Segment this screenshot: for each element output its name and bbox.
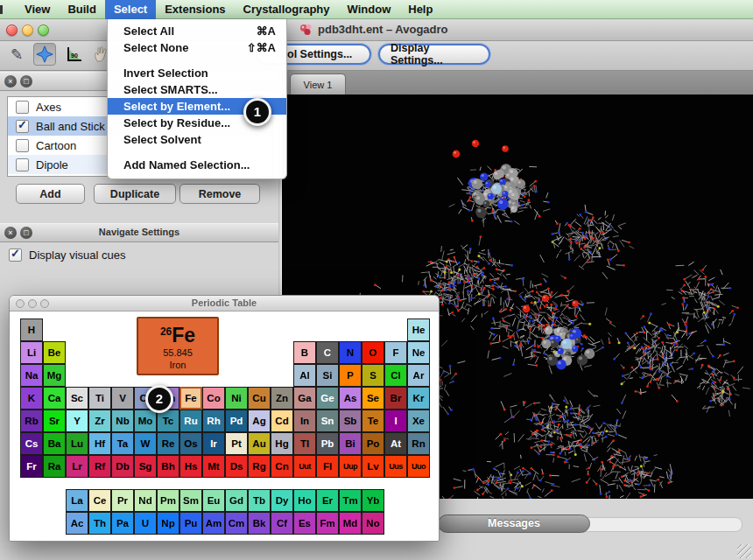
element-cell-He[interactable]: He <box>407 318 430 341</box>
messages-button[interactable]: Messages <box>438 514 590 533</box>
element-cell-Rb[interactable]: Rb <box>20 410 43 432</box>
element-cell-Ag[interactable]: Ag <box>248 410 271 432</box>
element-cell-Uut[interactable]: Uut <box>293 455 316 478</box>
element-cell-Cm[interactable]: Cm <box>225 512 248 535</box>
element-cell-Uup[interactable]: Uup <box>339 455 362 478</box>
element-cell-Y[interactable]: Y <box>66 410 88 432</box>
element-cell-O[interactable]: O <box>362 341 384 364</box>
display-settings-button[interactable]: Display Settings... <box>378 44 490 65</box>
display-visual-cues-checkbox[interactable] <box>9 248 22 262</box>
display-type-checkbox[interactable] <box>16 120 29 133</box>
element-cell-K[interactable]: K <box>20 387 43 410</box>
menubar-item-select[interactable]: Select <box>105 0 156 19</box>
element-cell-H[interactable]: H <box>20 318 43 341</box>
element-cell-At[interactable]: At <box>384 432 407 455</box>
element-cell-Ar[interactable]: Ar <box>407 364 430 387</box>
tab-view-1[interactable]: View 1 <box>290 74 346 95</box>
element-cell-Ds[interactable]: Ds <box>225 455 248 478</box>
element-cell-W[interactable]: W <box>134 432 157 455</box>
element-cell-Db[interactable]: Db <box>111 455 134 478</box>
element-cell-Tm[interactable]: Tm <box>339 489 362 512</box>
element-cell-Tl[interactable]: Tl <box>293 432 316 455</box>
element-cell-Se[interactable]: Se <box>362 387 384 410</box>
element-cell-Mg[interactable]: Mg <box>43 364 66 387</box>
element-cell-Cs[interactable]: Cs <box>20 432 43 455</box>
element-cell-Cf[interactable]: Cf <box>271 512 293 535</box>
element-cell-Ra[interactable]: Ra <box>43 455 66 478</box>
element-cell-Dy[interactable]: Dy <box>271 489 293 512</box>
element-cell-Fe[interactable]: Fe <box>179 387 202 410</box>
element-cell-Th[interactable]: Th <box>88 512 111 535</box>
element-cell-Ne[interactable]: Ne <box>407 341 430 364</box>
element-cell-Cn[interactable]: Cn <box>271 455 293 478</box>
element-cell-Yb[interactable]: Yb <box>362 489 384 512</box>
menu-item-add-named-selection[interactable]: Add Named Selection... <box>108 157 286 173</box>
element-cell-As[interactable]: As <box>339 387 362 410</box>
element-cell-Uuo[interactable]: Uuo <box>407 455 430 478</box>
element-cell-Es[interactable]: Es <box>293 512 316 535</box>
element-cell-Tb[interactable]: Tb <box>248 489 271 512</box>
resize-grip[interactable] <box>737 544 751 558</box>
element-cell-Bk[interactable]: Bk <box>248 512 271 535</box>
display-type-checkbox[interactable] <box>16 139 29 152</box>
display-type-checkbox[interactable] <box>16 101 29 114</box>
element-cell-Hg[interactable]: Hg <box>271 432 293 455</box>
element-cell-Ho[interactable]: Ho <box>293 489 316 512</box>
element-cell-Xe[interactable]: Xe <box>407 410 430 432</box>
element-cell-Sr[interactable]: Sr <box>43 410 66 432</box>
menu-item-select-solvent[interactable]: Select Solvent <box>108 131 286 148</box>
element-cell-Po[interactable]: Po <box>362 432 384 455</box>
element-cell-Ta[interactable]: Ta <box>111 432 134 455</box>
element-cell-I[interactable]: I <box>384 410 407 432</box>
element-cell-Br[interactable]: Br <box>384 387 407 410</box>
menubar-item-build[interactable]: Build <box>59 0 105 19</box>
periodic-table-titlebar[interactable]: Periodic Table <box>10 296 439 312</box>
element-cell-Pt[interactable]: Pt <box>225 432 248 455</box>
element-cell-Pm[interactable]: Pm <box>157 489 179 512</box>
element-cell-Hf[interactable]: Hf <box>88 432 111 455</box>
element-cell-Al[interactable]: Al <box>293 364 316 387</box>
element-cell-Sc[interactable]: Sc <box>66 387 88 410</box>
element-cell-B[interactable]: B <box>293 341 316 364</box>
menubar-item-view[interactable]: View <box>16 0 59 19</box>
element-cell-Cu[interactable]: Cu <box>248 387 271 410</box>
menubar-item-help[interactable]: Help <box>399 0 441 19</box>
measure-tool-icon[interactable]: 90 <box>63 43 86 66</box>
element-cell-Mo[interactable]: Mo <box>134 410 157 432</box>
duplicate-button[interactable]: Duplicate <box>94 184 176 204</box>
element-cell-Ac[interactable]: Ac <box>66 512 88 535</box>
close-panel-icon[interactable]: × <box>4 75 17 88</box>
display-type-checkbox[interactable] <box>16 158 29 172</box>
draw-tool-icon[interactable]: ✎ <box>5 43 28 66</box>
element-cell-Fm[interactable]: Fm <box>316 512 339 535</box>
element-cell-C[interactable]: C <box>316 341 339 364</box>
element-cell-Rh[interactable]: Rh <box>202 410 225 432</box>
element-cell-Fl[interactable]: Fl <box>316 455 339 478</box>
element-cell-U[interactable]: U <box>134 512 157 535</box>
zoom-window-button[interactable] <box>38 24 49 36</box>
element-cell-Np[interactable]: Np <box>157 512 179 535</box>
element-cell-Bh[interactable]: Bh <box>157 455 179 478</box>
minimize-window-button[interactable] <box>22 24 33 36</box>
element-cell-Os[interactable]: Os <box>179 432 202 455</box>
navigate-tool-icon[interactable] <box>33 43 56 66</box>
element-cell-Cl[interactable]: Cl <box>384 364 407 387</box>
element-cell-F[interactable]: F <box>384 341 407 364</box>
element-cell-Ni[interactable]: Ni <box>225 387 248 410</box>
element-cell-Pb[interactable]: Pb <box>316 432 339 455</box>
menu-item-select-smarts[interactable]: Select SMARTS... <box>108 81 286 98</box>
element-cell-Zr[interactable]: Zr <box>88 410 111 432</box>
element-cell-Er[interactable]: Er <box>316 489 339 512</box>
menubar-item-window[interactable]: Window <box>339 0 400 19</box>
element-cell-Bi[interactable]: Bi <box>339 432 362 455</box>
element-cell-Ba[interactable]: Ba <box>43 432 66 455</box>
element-cell-Sm[interactable]: Sm <box>179 489 202 512</box>
element-cell-Ge[interactable]: Ge <box>316 387 339 410</box>
element-cell-Ir[interactable]: Ir <box>202 432 225 455</box>
menubar-item-extensions[interactable]: Extensions <box>156 0 234 19</box>
element-cell-Mt[interactable]: Mt <box>202 455 225 478</box>
element-cell-Hs[interactable]: Hs <box>179 455 202 478</box>
element-cell-Re[interactable]: Re <box>157 432 179 455</box>
element-cell-Uus[interactable]: Uus <box>384 455 407 478</box>
element-cell-Be[interactable]: Be <box>43 341 66 364</box>
